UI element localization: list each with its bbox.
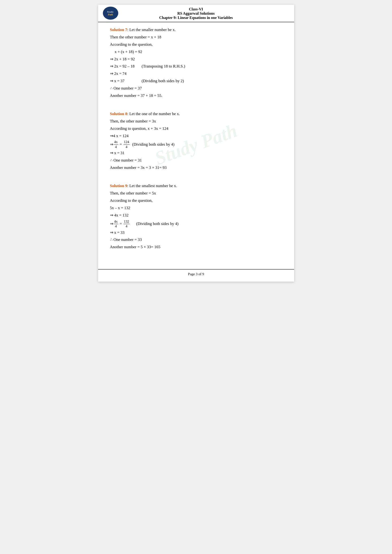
sol9-label: Solution 9 [110,184,127,188]
sol8-frac-den: 4 [114,145,117,149]
sol7-line4: ⇒ 2x + 18 = 92 [110,56,282,63]
sol8-fraction-line: ⇒ 4x 4 = 124 4 (Dividing both sides by 4… [110,140,282,149]
sol8-frac-den2: 4 [125,145,128,149]
sol8-line5: ∴ One number = 31 [110,157,282,164]
footer-page-number: Page 3 of 9 [188,272,204,276]
sol9-line2: According to the question, [110,197,282,204]
sol7-line9: Another number = 37 + 18 = 55. [110,92,282,99]
sol9-frac-den: 4 [114,224,117,229]
sol9-intro: Solution 9: Let the smallest number be x… [110,183,282,189]
sol7-line1: Then the other number = x + 18 [110,34,282,41]
sol9-line3: 5x – x = 132 [110,205,282,212]
sol7-line7: ⇒ x = 37 (Dividing both sides by 2) [110,78,282,84]
sol9-frac-num: 4x [114,219,118,224]
sol7-label: Solution 7 [110,28,127,32]
sol7-line0: : Let the smaller number be x. [127,28,176,32]
sol9-frac-den2: 4 [125,224,128,229]
sol8-frac-num: 4x [114,140,118,145]
sol9-line1: Then, the other number = 5x [110,190,282,197]
sol8-line1: Then, the other number = 3x [110,118,282,125]
sol9-fraction-left: 4x 4 [114,219,118,229]
sol9-frac-num2: 132 [124,219,130,224]
sol9-line6: ∴ One number = 33 [110,236,282,243]
sol7-line6: ⇒ 2x = 74 [110,70,282,77]
solution-9-section: Solution 9: Let the smallest number be x… [110,183,282,251]
solution-8-section: Solution 8: Let the one of the number be… [110,111,282,171]
sol7-line5: ⇒ 2x = 92 – 18 (Transposing 18 to R.H.S.… [110,63,282,70]
sol9-fraction-right: 132 4 [124,219,130,229]
sol8-line3: ⇒4 x = 124 [110,133,282,139]
page-header: Study Path Class-VI RS Aggarwal Solution… [98,5,294,22]
sol8-equals: = [119,141,123,148]
sol7-line3: x + (x + 18) = 92 [110,48,282,55]
sol8-fraction-right: 124 4 [124,140,130,149]
page-content: Study Path Solution 7: Let the smaller n… [98,22,294,267]
sol8-intro: Solution 8: Let the one of the number be… [110,111,282,118]
sol9-line7: Another number = 5 × 33= 165 [110,244,282,251]
sol8-label: Solution 8 [110,111,127,116]
header-line1: Class-VI [159,7,233,11]
sol9-line5: ⇒ x = 33 [110,229,282,236]
sol8-frac-label: (Dividing both sides by 4) [130,141,175,148]
header-titles: Class-VI RS Aggarwal Solutions Chapter 9… [159,7,233,20]
sol9-fraction-line: ⇒ 4x 4 = 132 4 (Dividing both sides by 4… [110,219,282,229]
sol7-line8: ∴ One number = 37 [110,85,282,92]
sol8-arrow: ⇒ [110,141,113,148]
sol8-line6: Another number = 3x = 3 × 31= 93 [110,164,282,171]
sol8-line4: ⇒ x = 31 [110,150,282,157]
header-line3: Chapter 9: Linear Equations in one Varia… [159,16,233,20]
page: Study Path Class-VI RS Aggarwal Solution… [98,5,294,282]
sol9-line4: ⇒ 4x = 132 [110,212,282,219]
sol9-equals: = [119,221,123,227]
logo-path: Path [108,13,113,16]
page-footer: Page 3 of 9 [98,269,294,278]
sol7-intro: Solution 7: Let the smaller number be x. [110,27,282,33]
sol9-line0: : Let the smallest number be x. [127,184,177,188]
sol8-frac-num2: 124 [124,140,130,145]
sol9-arrow: ⇒ [110,221,113,227]
logo: Study Path [103,7,119,20]
sol8-line0: : Let the one of the number be x. [127,111,180,116]
sol7-line2: According to the question, [110,41,282,48]
sol8-fraction-left: 4x 4 [114,140,118,149]
sol8-line2: According to question, x + 3x = 124 [110,125,282,132]
sol9-frac-label: (Dividing both sides by 4) [130,221,178,227]
logo-study: Study [107,11,114,13]
header-line2: RS Aggarwal Solutions [159,11,233,16]
solution-7-section: Solution 7: Let the smaller number be x.… [110,27,282,99]
